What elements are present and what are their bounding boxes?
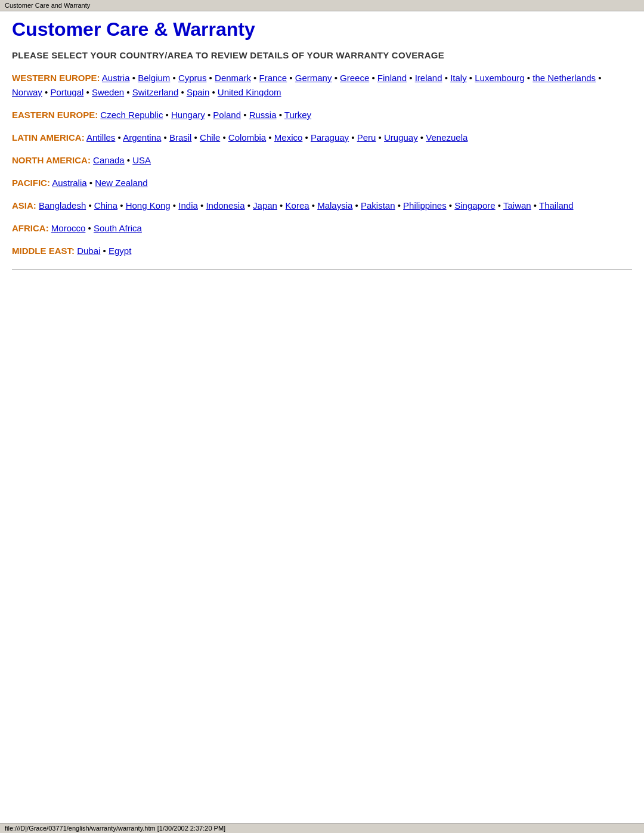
country-link-colombia[interactable]: Colombia bbox=[228, 132, 266, 143]
region-block-0: WESTERN EUROPE: Austria • Belgium • Cypr… bbox=[12, 71, 632, 100]
country-link-philippines[interactable]: Philippines bbox=[403, 200, 447, 210]
region-label-1: EASTERN EUROPE: bbox=[12, 110, 98, 120]
country-link-dubai[interactable]: Dubai bbox=[77, 246, 100, 256]
country-link-hong-kong[interactable]: Hong Kong bbox=[126, 200, 171, 210]
region-block-2: LATIN AMERICA: Antilles • Argentina • Br… bbox=[12, 131, 632, 145]
country-link-pakistan[interactable]: Pakistan bbox=[361, 200, 395, 210]
country-link-italy[interactable]: Italy bbox=[450, 73, 467, 83]
country-link-spain[interactable]: Spain bbox=[187, 87, 209, 97]
country-link-chile[interactable]: Chile bbox=[200, 132, 220, 143]
country-link-poland[interactable]: Poland bbox=[213, 110, 241, 120]
country-link-morocco[interactable]: Morocco bbox=[51, 223, 86, 233]
region-block-6: AFRICA: Morocco • South Africa bbox=[12, 221, 632, 236]
country-link-russia[interactable]: Russia bbox=[249, 110, 277, 120]
country-link-antilles[interactable]: Antilles bbox=[86, 132, 115, 143]
country-link-thailand[interactable]: Thailand bbox=[539, 200, 574, 210]
region-block-5: ASIA: Bangladesh • China • Hong Kong • I… bbox=[12, 199, 632, 213]
country-link-finland[interactable]: Finland bbox=[377, 73, 407, 83]
country-link-switzerland[interactable]: Switzerland bbox=[132, 87, 179, 97]
country-link-korea[interactable]: Korea bbox=[286, 200, 309, 210]
country-link-hungary[interactable]: Hungary bbox=[171, 110, 205, 120]
country-link-egypt[interactable]: Egypt bbox=[109, 246, 131, 256]
country-link-the-netherlands[interactable]: the Netherlands bbox=[532, 73, 596, 83]
country-link-indonesia[interactable]: Indonesia bbox=[206, 200, 244, 210]
region-label-2: LATIN AMERICA: bbox=[12, 132, 85, 143]
country-link-sweden[interactable]: Sweden bbox=[92, 87, 124, 97]
region-label-6: AFRICA: bbox=[12, 223, 49, 233]
country-link-luxembourg[interactable]: Luxembourg bbox=[475, 73, 524, 83]
country-link-australia[interactable]: Australia bbox=[52, 178, 86, 188]
country-link-bangladesh[interactable]: Bangladesh bbox=[39, 200, 86, 210]
region-label-7: MIDDLE EAST: bbox=[12, 246, 75, 256]
region-label-3: NORTH AMERICA: bbox=[12, 155, 91, 165]
country-link-taiwan[interactable]: Taiwan bbox=[503, 200, 531, 210]
region-label-5: ASIA: bbox=[12, 200, 36, 210]
country-link-china[interactable]: China bbox=[94, 200, 117, 210]
browser-tab: Customer Care and Warranty bbox=[0, 0, 644, 11]
regions-container: WESTERN EUROPE: Austria • Belgium • Cypr… bbox=[12, 71, 632, 258]
country-link-canada[interactable]: Canada bbox=[93, 155, 125, 165]
region-block-4: PACIFIC: Australia • New Zealand bbox=[12, 176, 632, 190]
country-link-singapore[interactable]: Singapore bbox=[454, 200, 495, 210]
country-link-cyprus[interactable]: Cyprus bbox=[178, 73, 207, 83]
country-link-greece[interactable]: Greece bbox=[340, 73, 369, 83]
country-link-france[interactable]: France bbox=[259, 73, 287, 83]
country-link-usa[interactable]: USA bbox=[132, 155, 151, 165]
separator bbox=[12, 269, 632, 270]
country-link-norway[interactable]: Norway bbox=[12, 87, 42, 97]
country-link-turkey[interactable]: Turkey bbox=[284, 110, 311, 120]
country-link-peru[interactable]: Peru bbox=[357, 132, 376, 143]
page-subtitle: PLEASE SELECT YOUR COUNTRY/AREA TO REVIE… bbox=[12, 50, 632, 60]
country-link-germany[interactable]: Germany bbox=[295, 73, 332, 83]
country-link-venezuela[interactable]: Venezuela bbox=[426, 132, 467, 143]
region-label-4: PACIFIC: bbox=[12, 178, 50, 188]
country-link-brasil[interactable]: Brasil bbox=[169, 132, 192, 143]
country-link-india[interactable]: India bbox=[178, 200, 198, 210]
tab-title: Customer Care and Warranty bbox=[5, 2, 90, 9]
country-link-austria[interactable]: Austria bbox=[102, 73, 130, 83]
region-block-3: NORTH AMERICA: Canada • USA bbox=[12, 153, 632, 168]
region-label-0: WESTERN EUROPE: bbox=[12, 73, 100, 83]
page-title: Customer Care & Warranty bbox=[12, 18, 632, 41]
country-link-denmark[interactable]: Denmark bbox=[215, 73, 251, 83]
country-link-paraguay[interactable]: Paraguay bbox=[311, 132, 349, 143]
region-block-7: MIDDLE EAST: Dubai • Egypt bbox=[12, 244, 632, 258]
country-link-south-africa[interactable]: South Africa bbox=[94, 223, 142, 233]
country-link-japan[interactable]: Japan bbox=[253, 200, 277, 210]
main-content: Customer Care & Warranty PLEASE SELECT Y… bbox=[0, 11, 644, 289]
country-link-argentina[interactable]: Argentina bbox=[123, 132, 161, 143]
country-link-new-zealand[interactable]: New Zealand bbox=[95, 178, 147, 188]
country-link-belgium[interactable]: Belgium bbox=[138, 73, 170, 83]
country-link-united-kingdom[interactable]: United Kingdom bbox=[218, 87, 281, 97]
country-link-malaysia[interactable]: Malaysia bbox=[317, 200, 352, 210]
country-link-czech-republic[interactable]: Czech Republic bbox=[100, 110, 163, 120]
country-link-portugal[interactable]: Portugal bbox=[50, 87, 83, 97]
country-link-uruguay[interactable]: Uruguay bbox=[384, 132, 418, 143]
country-link-ireland[interactable]: Ireland bbox=[415, 73, 442, 83]
country-link-mexico[interactable]: Mexico bbox=[274, 132, 303, 143]
region-block-1: EASTERN EUROPE: Czech Republic • Hungary… bbox=[12, 108, 632, 122]
